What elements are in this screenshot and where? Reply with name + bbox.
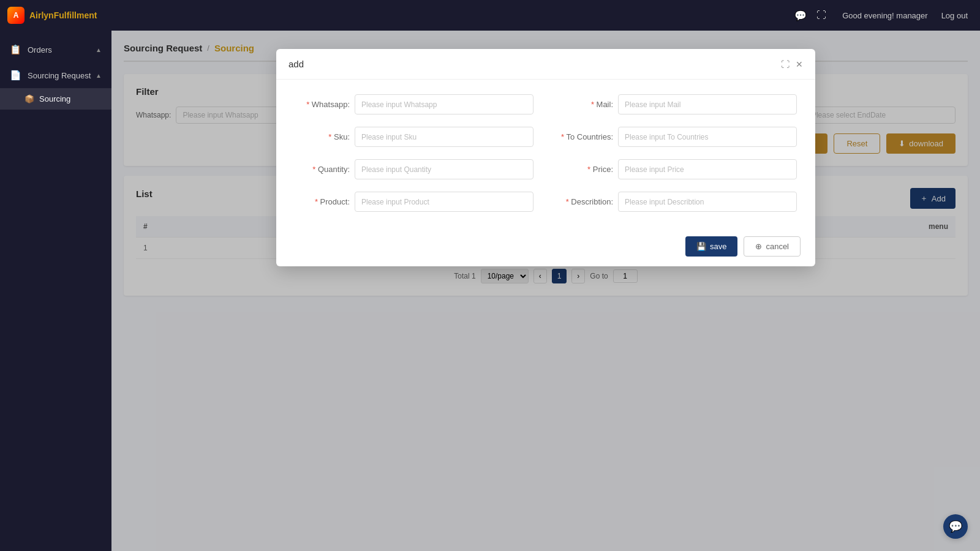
modal-whatsapp-input[interactable]: [355, 94, 533, 114]
modal-header: add ⛶ ✕: [276, 49, 815, 80]
modal-mail-label: Mail:: [558, 100, 613, 109]
sidebar-item-orders[interactable]: 📋 Orders ▲: [0, 37, 111, 62]
modal-controls: ⛶ ✕: [781, 59, 803, 69]
topbar-icons: 💬 ⛶ Good evening! manager Log out: [794, 10, 968, 21]
modal-close-button[interactable]: ✕: [796, 59, 803, 69]
modal-cancel-button[interactable]: ⊕ cancel: [744, 236, 801, 257]
save-icon: 💾: [696, 242, 706, 251]
modal-price-input[interactable]: [618, 159, 797, 179]
content-area: Sourcing Request / Sourcing Filter Whats…: [111, 31, 980, 551]
sourcing-request-icon: 📄: [10, 70, 21, 81]
modal-overlay: add ⛶ ✕ Whatsapp: Mail:: [111, 31, 980, 551]
chat-icon[interactable]: 💬: [794, 10, 807, 21]
sidebar-item-sourcing-request-label: Sourcing Request: [28, 71, 96, 80]
modal-sku-input[interactable]: [355, 127, 533, 147]
modal-whatsapp-group: Whatsapp:: [295, 94, 533, 114]
modal-countries-input[interactable]: [618, 127, 797, 147]
logo-text: AirlynFulfillment: [29, 10, 97, 20]
modal-footer: 💾 save ⊕ cancel: [276, 227, 815, 266]
cancel-icon: ⊕: [755, 242, 762, 251]
modal-sku-label: Sku:: [295, 132, 350, 141]
sidebar-item-sourcing-label: Sourcing: [39, 94, 70, 103]
orders-icon: 📋: [10, 44, 21, 55]
chat-button[interactable]: 💬: [943, 514, 968, 539]
sidebar-item-sourcing-request[interactable]: 📄 Sourcing Request ▲: [0, 62, 111, 88]
main-area: 💬 ⛶ Good evening! manager Log out Sourci…: [111, 0, 980, 551]
logo-icon: A: [7, 7, 24, 24]
sourcing-request-arrow-icon: ▲: [96, 72, 102, 79]
greeting-text: Good evening! manager: [842, 11, 927, 20]
sidebar: A AirlynFulfillment 📋 Orders ▲ 📄 Sourcin…: [0, 0, 111, 551]
modal-product-label: Product:: [295, 197, 350, 206]
modal-title: add: [288, 59, 304, 69]
modal-mail-input[interactable]: [618, 94, 797, 114]
modal-quantity-label: Quantity:: [295, 165, 350, 174]
modal-price-label: Price:: [558, 165, 613, 174]
sidebar-item-orders-label: Orders: [28, 45, 96, 54]
modal-save-button[interactable]: 💾 save: [685, 236, 737, 257]
cancel-label: cancel: [766, 242, 789, 251]
modal-quantity-input[interactable]: [355, 159, 533, 179]
orders-arrow-icon: ▲: [96, 47, 102, 53]
modal-describtion-label: Describtion:: [558, 197, 613, 206]
modal-mail-group: Mail:: [558, 94, 797, 114]
logout-button[interactable]: Log out: [941, 11, 968, 20]
save-label: save: [710, 242, 726, 251]
modal-body: Whatsapp: Mail: Sku:: [276, 80, 815, 227]
modal-sku-group: Sku:: [295, 127, 533, 147]
modal-countries-group: To Countries:: [558, 127, 797, 147]
sourcing-icon: 📦: [24, 94, 34, 103]
modal-product-input[interactable]: [355, 192, 533, 212]
modal-expand-button[interactable]: ⛶: [781, 59, 790, 69]
modal-product-group: Product:: [295, 192, 533, 212]
sidebar-menu: 📋 Orders ▲ 📄 Sourcing Request ▲ 📦 Sourci…: [0, 31, 111, 551]
add-modal: add ⛶ ✕ Whatsapp: Mail:: [276, 49, 815, 266]
modal-price-group: Price:: [558, 159, 797, 179]
modal-form: Whatsapp: Mail: Sku:: [295, 94, 797, 212]
modal-quantity-group: Quantity:: [295, 159, 533, 179]
logo: A AirlynFulfillment: [0, 0, 111, 31]
modal-whatsapp-label: Whatsapp:: [295, 100, 350, 109]
fullscreen-icon[interactable]: ⛶: [816, 10, 826, 21]
modal-describtion-input[interactable]: [618, 192, 797, 212]
modal-describtion-group: Describtion:: [558, 192, 797, 212]
modal-countries-label: To Countries:: [558, 132, 613, 141]
topbar: 💬 ⛶ Good evening! manager Log out: [111, 0, 980, 31]
sidebar-item-sourcing[interactable]: 📦 Sourcing: [0, 88, 111, 110]
